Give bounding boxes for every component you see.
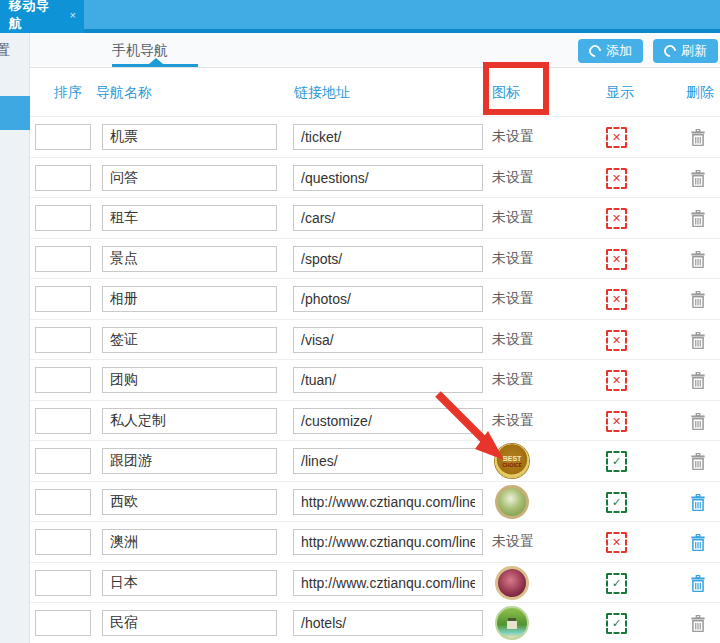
display-off-toggle[interactable]: ✕ [606,411,627,432]
link-url-input[interactable] [293,367,483,393]
tab-close-icon[interactable]: × [70,9,76,21]
delete-trash-icon[interactable] [690,170,707,188]
nav-name-input[interactable] [102,124,277,150]
nav-name-input[interactable] [102,570,277,596]
icon-not-set-label[interactable]: 未设置 [492,371,534,389]
nav-name-input[interactable] [102,610,277,636]
badge-best-icon[interactable]: BESTCHOICE [495,444,529,478]
link-url-input[interactable] [293,205,483,231]
table-row: 未设置✕ [30,117,720,158]
icon-not-set-label[interactable]: 未设置 [492,209,534,227]
icon-not-set-label[interactable]: 未设置 [492,290,534,308]
link-url-input[interactable] [293,448,483,474]
display-on-toggle[interactable]: ✓ [606,613,627,634]
link-url-input[interactable] [293,610,483,636]
link-url-input[interactable] [293,124,483,150]
delete-trash-icon[interactable] [690,129,707,147]
link-url-input[interactable] [293,165,483,191]
nav-name-input[interactable] [102,448,277,474]
icon-not-set-label[interactable]: 未设置 [492,250,534,268]
display-off-toggle[interactable]: ✕ [606,532,627,553]
icon-not-set-label[interactable]: 未设置 [492,331,534,349]
delete-trash-icon[interactable] [690,494,707,512]
icon-not-set-label[interactable]: 未设置 [492,128,534,146]
table-row: 未设置✕ [30,401,720,442]
sort-input[interactable] [35,124,91,150]
nav-name-input[interactable] [102,367,277,393]
link-url-input[interactable] [293,327,483,353]
delete-trash-icon[interactable] [690,453,707,471]
display-off-toggle[interactable]: ✕ [606,249,627,270]
window-tab-mobile-nav[interactable]: 移动导航 × [0,0,84,33]
sort-input[interactable] [35,408,91,434]
icon-not-set-label[interactable]: 未设置 [492,169,534,187]
link-url-input[interactable] [293,529,483,555]
icon-cell [492,603,612,643]
link-url-input[interactable] [293,246,483,272]
display-on-toggle[interactable]: ✓ [606,492,627,513]
display-off-toggle[interactable]: ✕ [606,370,627,391]
badge-text-line1: BEST [503,455,522,462]
sort-input[interactable] [35,570,91,596]
badge-hotel-icon[interactable] [495,606,529,640]
sidebar: 置 [0,33,30,643]
nav-name-input[interactable] [102,529,277,555]
tab-active-underline [112,64,198,67]
display-off-toggle[interactable]: ✕ [606,127,627,148]
display-off-toggle[interactable]: ✕ [606,289,627,310]
refresh-icon [662,43,679,60]
display-on-toggle[interactable]: ✓ [606,451,627,472]
link-url-input[interactable] [293,570,483,596]
nav-name-input[interactable] [102,408,277,434]
sort-input[interactable] [35,246,91,272]
delete-trash-icon[interactable] [690,413,707,431]
nav-table: 排序 导航名称 链接地址 图标 显示 删除 未设置✕未设置✕未设置✕未设置✕未设… [30,68,720,643]
display-off-toggle[interactable]: ✕ [606,330,627,351]
delete-trash-icon[interactable] [690,251,707,269]
tab-phone-nav-label: 手机导航 [112,42,168,58]
delete-trash-icon[interactable] [690,210,707,228]
sort-input[interactable] [35,448,91,474]
delete-trash-icon[interactable] [690,372,707,390]
sort-input[interactable] [35,610,91,636]
sidebar-item-selected[interactable] [0,96,30,130]
icon-cell: 未设置 [492,117,612,158]
table-row: ✓ [30,603,720,643]
sort-input[interactable] [35,205,91,231]
sidebar-item-partial[interactable]: 置 [0,41,14,60]
icon-cell: 未设置 [492,320,612,361]
nav-name-input[interactable] [102,327,277,353]
icon-not-set-label[interactable]: 未设置 [492,412,534,430]
sort-input[interactable] [35,367,91,393]
sort-input[interactable] [35,327,91,353]
delete-trash-icon[interactable] [690,291,707,309]
nav-name-input[interactable] [102,489,277,515]
nav-name-input[interactable] [102,286,277,312]
delete-trash-icon[interactable] [690,332,707,350]
delete-trash-icon[interactable] [690,575,707,593]
nav-name-input[interactable] [102,205,277,231]
link-url-input[interactable] [293,286,483,312]
link-url-input[interactable] [293,408,483,434]
icon-not-set-label[interactable]: 未设置 [492,533,534,551]
delete-trash-icon[interactable] [690,615,707,633]
display-off-toggle[interactable]: ✕ [606,208,627,229]
display-off-toggle[interactable]: ✕ [606,168,627,189]
link-url-input[interactable] [293,489,483,515]
add-button[interactable]: 添加 [578,39,643,63]
badge-westeu-icon[interactable] [495,485,529,519]
table-row: 未设置✕ [30,198,720,239]
delete-trash-icon[interactable] [690,534,707,552]
refresh-button[interactable]: 刷新 [653,39,718,63]
sort-input[interactable] [35,529,91,555]
nav-name-input[interactable] [102,246,277,272]
display-on-toggle[interactable]: ✓ [606,573,627,594]
table-row: 未设置✕ [30,158,720,199]
sort-input[interactable] [35,165,91,191]
badge-japan-icon[interactable] [495,566,529,600]
sort-input[interactable] [35,286,91,312]
nav-name-input[interactable] [102,165,277,191]
add-button-label: 添加 [606,42,632,60]
sort-input[interactable] [35,489,91,515]
table-header-row: 排序 导航名称 链接地址 图标 显示 删除 [30,68,720,117]
